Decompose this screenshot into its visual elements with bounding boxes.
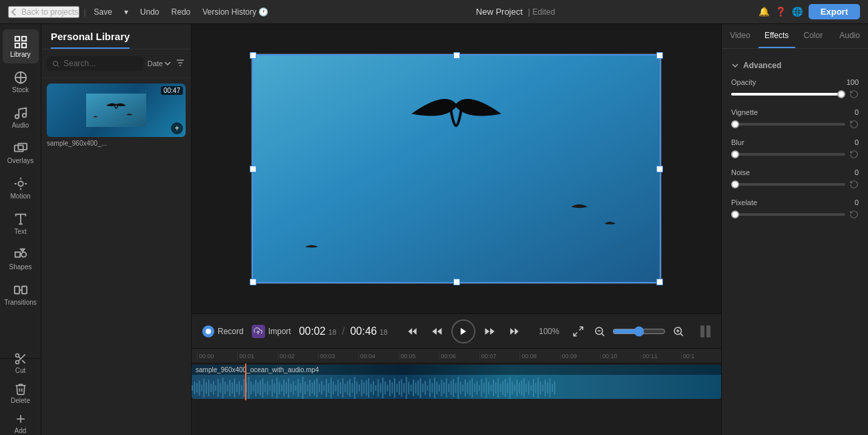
filter-button[interactable] bbox=[175, 57, 186, 70]
sidebar-item-transitions[interactable]: Transitions bbox=[3, 277, 39, 311]
sidebar-item-stock[interactable]: Stock bbox=[3, 65, 39, 99]
svg-point-11 bbox=[18, 181, 23, 186]
svg-line-44 bbox=[680, 333, 682, 335]
add-track-button[interactable]: Add Track bbox=[0, 410, 41, 435]
skip-to-end-button[interactable] bbox=[505, 322, 523, 341]
blur-reset-button[interactable] bbox=[849, 150, 859, 159]
thumbnail-add-button[interactable]: + bbox=[171, 122, 183, 134]
noise-slider[interactable] bbox=[731, 183, 845, 186]
import-button[interactable]: Import bbox=[252, 325, 291, 338]
svg-rect-63 bbox=[229, 380, 230, 396]
rewind-icon bbox=[430, 325, 443, 338]
right-panel-tabs: Video Effects Color Audio bbox=[722, 24, 868, 49]
svg-rect-103 bbox=[323, 385, 324, 390]
svg-rect-17 bbox=[14, 287, 19, 294]
svg-rect-171 bbox=[483, 383, 485, 392]
search-input-wrap[interactable] bbox=[47, 56, 144, 71]
svg-rect-0 bbox=[15, 37, 19, 41]
export-button[interactable]: Export bbox=[809, 4, 860, 19]
fullscreen-button[interactable] bbox=[570, 323, 587, 340]
svg-rect-81 bbox=[272, 379, 273, 397]
svg-rect-60 bbox=[222, 378, 224, 398]
sidebar-item-library[interactable]: Library bbox=[3, 29, 39, 63]
pixelate-reset-button[interactable] bbox=[849, 210, 859, 219]
pixelate-slider[interactable] bbox=[731, 213, 845, 216]
help-button[interactable]: ❓ bbox=[775, 7, 787, 17]
advanced-section-header[interactable]: Advanced bbox=[731, 61, 859, 70]
fast-forward-button[interactable] bbox=[481, 322, 499, 341]
sidebar-item-shapes[interactable]: Shapes bbox=[3, 242, 39, 276]
opacity-slider[interactable] bbox=[731, 93, 845, 96]
tab-video[interactable]: Video bbox=[722, 24, 758, 48]
svg-rect-185 bbox=[516, 380, 517, 396]
vignette-slider[interactable] bbox=[731, 123, 845, 126]
svg-rect-161 bbox=[460, 382, 461, 394]
media-thumbnail[interactable]: 00:47 + sample_960x400_... bbox=[47, 84, 186, 147]
noise-reset-button[interactable] bbox=[849, 180, 859, 189]
svg-rect-135 bbox=[399, 381, 400, 395]
save-dropdown-button[interactable]: ▾ bbox=[120, 6, 132, 18]
video-frame[interactable] bbox=[251, 53, 662, 284]
svg-rect-100 bbox=[316, 378, 318, 398]
tab-color[interactable]: Color bbox=[795, 24, 832, 48]
tab-effects[interactable]: Effects bbox=[758, 24, 795, 48]
video-track-row: sample_960x400_ocean_with_audio.mp4 bbox=[192, 364, 721, 400]
playhead[interactable] bbox=[245, 364, 246, 400]
undo-button[interactable]: Undo bbox=[136, 6, 164, 18]
tab-audio[interactable]: Audio bbox=[831, 24, 868, 48]
blur-slider[interactable] bbox=[731, 153, 845, 156]
notifications-button[interactable]: 🔔 bbox=[758, 7, 770, 17]
svg-rect-49 bbox=[196, 383, 198, 392]
svg-rect-110 bbox=[340, 382, 341, 393]
svg-line-206 bbox=[18, 357, 20, 359]
svg-rect-121 bbox=[366, 380, 367, 396]
svg-rect-120 bbox=[363, 382, 365, 393]
zoom-slider[interactable] bbox=[612, 326, 666, 337]
noise-label: Noise bbox=[731, 168, 750, 176]
sidebar-item-motion[interactable]: Motion bbox=[3, 171, 39, 205]
advanced-section: Advanced Opacity 100 bbox=[722, 49, 868, 235]
svg-rect-193 bbox=[535, 383, 537, 392]
search-input[interactable] bbox=[63, 59, 138, 68]
zoom-in-button[interactable] bbox=[670, 323, 687, 340]
redo-button[interactable]: Redo bbox=[168, 6, 195, 18]
svg-rect-188 bbox=[523, 378, 525, 398]
save-button[interactable]: Save bbox=[90, 6, 116, 18]
svg-rect-105 bbox=[328, 383, 329, 392]
svg-point-7 bbox=[15, 115, 19, 119]
sidebar-item-text[interactable]: Text bbox=[3, 206, 39, 241]
record-button[interactable]: Record bbox=[202, 325, 244, 337]
delete-button[interactable]: Delete bbox=[5, 380, 35, 407]
svg-rect-170 bbox=[481, 379, 483, 397]
opacity-reset-button[interactable] bbox=[849, 90, 859, 99]
svg-rect-109 bbox=[338, 380, 339, 396]
sidebar-item-audio[interactable]: Audio bbox=[3, 100, 39, 134]
back-button[interactable]: Back to projects bbox=[8, 6, 79, 18]
svg-rect-104 bbox=[326, 379, 327, 397]
rewind-button[interactable] bbox=[427, 322, 446, 341]
zoom-out-button[interactable] bbox=[591, 323, 608, 340]
time-display: 00:02 18 / 00:46 18 bbox=[299, 325, 388, 337]
play-icon bbox=[459, 327, 468, 336]
pixelate-value: 0 bbox=[855, 198, 859, 206]
svg-rect-134 bbox=[397, 384, 398, 392]
sidebar-item-overlays[interactable]: Overlays bbox=[3, 136, 39, 170]
sort-button[interactable]: Date bbox=[148, 59, 171, 67]
svg-rect-85 bbox=[281, 384, 282, 391]
svg-marker-30 bbox=[408, 328, 412, 335]
opacity-label-row: Opacity 100 bbox=[731, 78, 859, 86]
vignette-reset-button[interactable] bbox=[849, 120, 859, 129]
svg-rect-172 bbox=[486, 378, 487, 398]
language-button[interactable]: 🌐 bbox=[792, 7, 803, 17]
video-clip[interactable]: sample_960x400_ocean_with_audio.mp4 bbox=[192, 365, 721, 399]
svg-rect-183 bbox=[511, 382, 513, 394]
sidebar-label-shapes: Shapes bbox=[9, 263, 32, 271]
svg-rect-53 bbox=[206, 382, 207, 393]
version-history-button[interactable]: Version History 🕐 bbox=[198, 6, 272, 18]
back-label: Back to projects bbox=[21, 7, 78, 17]
svg-rect-180 bbox=[505, 379, 506, 397]
current-time-sub: 18 bbox=[329, 328, 337, 336]
skip-to-start-button[interactable] bbox=[403, 322, 422, 341]
play-button[interactable] bbox=[451, 319, 475, 343]
cut-button[interactable]: Cut bbox=[9, 349, 33, 377]
